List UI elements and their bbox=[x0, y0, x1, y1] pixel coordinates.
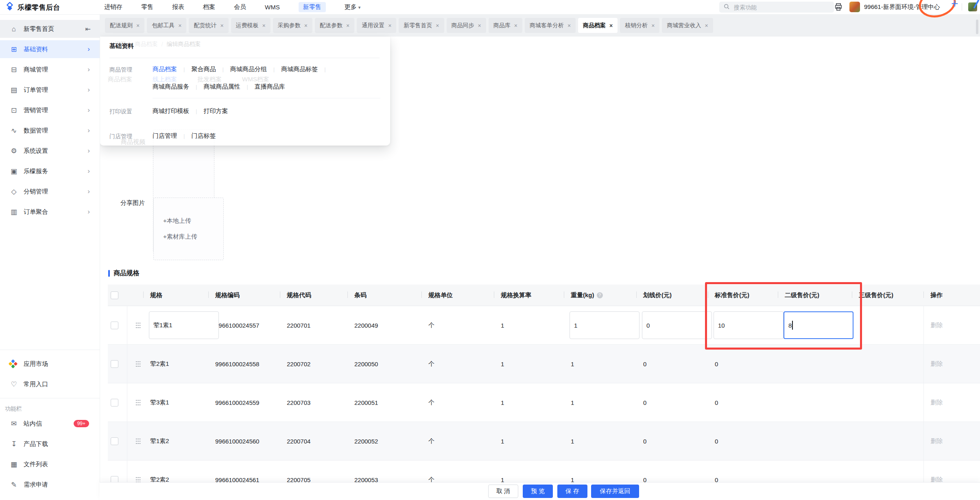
cancel-button[interactable]: 取 消 bbox=[488, 485, 518, 498]
close-icon[interactable]: × bbox=[220, 22, 223, 29]
delete-row-link[interactable]: 删除 bbox=[931, 360, 943, 367]
sidebar-item[interactable]: ⊡营销管理› bbox=[0, 101, 100, 119]
save-button[interactable]: 保 存 bbox=[557, 485, 587, 498]
share-image-upload-box[interactable]: +本地上传+素材库上传 bbox=[153, 198, 224, 260]
menu-link[interactable]: 聚合商品 bbox=[191, 65, 216, 73]
plus-icon[interactable]: + bbox=[951, 0, 958, 11]
close-icon[interactable]: × bbox=[178, 22, 181, 29]
cell-input-std_price[interactable]: 10 bbox=[714, 311, 784, 339]
sidebar-item[interactable]: ⚙系统设置› bbox=[0, 142, 100, 160]
row-checkbox[interactable] bbox=[111, 399, 118, 407]
preview-button[interactable]: 预 览 bbox=[523, 485, 553, 498]
sidebar-item[interactable]: ▣乐檬服务› bbox=[0, 162, 100, 180]
close-icon[interactable]: × bbox=[567, 22, 571, 29]
close-icon[interactable]: × bbox=[705, 22, 708, 29]
menu-link[interactable]: 商城商品服务 bbox=[153, 83, 189, 91]
sidebar-item[interactable]: ▥订单聚合› bbox=[0, 203, 100, 221]
menu-link[interactable]: 门店标签 bbox=[191, 132, 216, 140]
upload-option[interactable]: +素材库上传 bbox=[163, 233, 223, 241]
sidebar-item[interactable]: ✉站内信99+ bbox=[0, 415, 100, 433]
delete-row-link[interactable]: 删除 bbox=[931, 437, 943, 444]
sidebar-item[interactable]: ∿数据管理› bbox=[0, 122, 100, 139]
top-nav-item[interactable]: 零售 bbox=[141, 3, 153, 11]
printer-icon[interactable] bbox=[834, 2, 843, 13]
tab-item[interactable]: 商城营业收入× bbox=[662, 18, 713, 33]
sidebar-item[interactable]: ✎需求申请 bbox=[0, 476, 100, 493]
upload-option[interactable]: +本地上传 bbox=[163, 217, 223, 225]
tab-active[interactable]: 商品档案× bbox=[578, 18, 618, 33]
tab-item[interactable]: 配送参数× bbox=[315, 18, 354, 33]
top-nav-item[interactable]: 更多▾ bbox=[345, 3, 361, 11]
sidebar-item[interactable]: 应用市场 bbox=[0, 355, 100, 373]
menu-link[interactable]: 商城商品分组 bbox=[230, 65, 267, 73]
row-checkbox[interactable] bbox=[111, 360, 118, 368]
tab-item[interactable]: 采购参数× bbox=[273, 18, 312, 33]
tab-item[interactable]: 商品库× bbox=[489, 18, 522, 33]
sidebar-item-label: 需求申请 bbox=[24, 481, 48, 489]
top-nav-item[interactable]: 新零售 bbox=[299, 2, 326, 12]
drag-handle-icon[interactable] bbox=[135, 322, 141, 329]
menu-link[interactable]: 打印方案 bbox=[203, 107, 228, 115]
save-and-return-button[interactable]: 保存并返回 bbox=[591, 485, 639, 498]
tab-item[interactable]: 运费模板× bbox=[231, 18, 271, 33]
drag-handle-icon[interactable] bbox=[135, 438, 141, 445]
cell-input-list_price[interactable]: 0 bbox=[642, 311, 712, 339]
help-icon[interactable]: ? bbox=[597, 292, 603, 298]
tab-item[interactable]: 商品同步× bbox=[447, 18, 486, 33]
drag-handle-icon[interactable] bbox=[135, 399, 141, 406]
sidebar-item[interactable]: ⊟商城管理› bbox=[0, 61, 100, 78]
sidebar-item[interactable]: ▦文件列表 bbox=[0, 455, 100, 473]
scrollbar-thumb[interactable] bbox=[976, 20, 978, 34]
row-checkbox[interactable] bbox=[111, 437, 118, 445]
close-icon[interactable]: × bbox=[436, 22, 439, 29]
top-nav-item[interactable]: 进销存 bbox=[104, 3, 122, 11]
row-checkbox[interactable] bbox=[111, 322, 118, 329]
close-icon[interactable]: × bbox=[346, 22, 349, 29]
account-avatar[interactable] bbox=[849, 2, 860, 12]
collapse-sidebar-icon[interactable]: ⇤ bbox=[85, 25, 91, 33]
close-icon[interactable]: × bbox=[478, 22, 481, 29]
close-icon[interactable]: × bbox=[609, 22, 613, 29]
sidebar-item[interactable]: ▤订单管理› bbox=[0, 81, 100, 99]
close-icon[interactable]: × bbox=[514, 22, 517, 29]
sidebar-item[interactable]: ⊞基础资料› bbox=[0, 40, 100, 58]
sidebar-item[interactable]: ◇分销管理› bbox=[0, 183, 100, 200]
top-nav-item[interactable]: 报表 bbox=[172, 3, 184, 11]
delete-row-link[interactable]: 删除 bbox=[931, 399, 943, 406]
search-box[interactable] bbox=[719, 2, 834, 13]
tab-item[interactable]: 核销分析× bbox=[620, 18, 659, 33]
tab-item[interactable]: 配送规则× bbox=[105, 18, 144, 33]
tab-item[interactable]: 包邮工具× bbox=[147, 18, 186, 33]
menu-link[interactable]: 直播商品库 bbox=[255, 83, 285, 91]
sidebar-item[interactable]: ↧产品下载 bbox=[0, 435, 100, 453]
close-icon[interactable]: × bbox=[304, 22, 308, 29]
sidebar-item[interactable]: ⌂新零售首页⇤ bbox=[0, 20, 100, 38]
cell-input-spec[interactable]: 荤1素1 bbox=[149, 311, 219, 339]
cell-input-price2[interactable]: 8 bbox=[784, 311, 853, 339]
search-input[interactable] bbox=[733, 4, 830, 11]
tab-item[interactable]: 通用设置× bbox=[357, 18, 396, 33]
select-all-checkbox[interactable] bbox=[111, 291, 118, 299]
top-nav-item[interactable]: 会员 bbox=[234, 3, 246, 11]
menu-link[interactable]: 商城打印模板 bbox=[153, 107, 189, 115]
cell-price2: 8 bbox=[778, 306, 852, 345]
menu-link[interactable]: 商城商品标签 bbox=[281, 65, 318, 73]
close-icon[interactable]: × bbox=[136, 22, 140, 29]
tab-item[interactable]: 商城客单分析× bbox=[525, 18, 576, 33]
cell-input-weight[interactable]: 1 bbox=[570, 311, 640, 339]
delete-row-link[interactable]: 删除 bbox=[931, 476, 943, 483]
top-nav-item[interactable]: 档案 bbox=[203, 3, 215, 11]
drag-handle-icon[interactable] bbox=[135, 361, 141, 367]
app-logo[interactable]: 乐檬零售后台 bbox=[5, 2, 60, 13]
close-icon[interactable]: × bbox=[388, 22, 391, 29]
delete-row-link[interactable]: 删除 bbox=[931, 322, 943, 328]
top-nav-item[interactable]: WMS bbox=[265, 4, 280, 11]
menu-link[interactable]: 商城商品属性 bbox=[203, 83, 240, 91]
close-icon[interactable]: × bbox=[262, 22, 266, 29]
sidebar-item[interactable]: ♡常用入口 bbox=[0, 375, 100, 393]
menu-link[interactable]: 商品档案 bbox=[153, 65, 177, 73]
close-icon[interactable]: × bbox=[651, 22, 655, 29]
tab-item[interactable]: 配货统计× bbox=[189, 18, 228, 33]
tab-item[interactable]: 新零售首页× bbox=[399, 18, 444, 33]
menu-link[interactable]: 门店管理 bbox=[153, 132, 177, 140]
